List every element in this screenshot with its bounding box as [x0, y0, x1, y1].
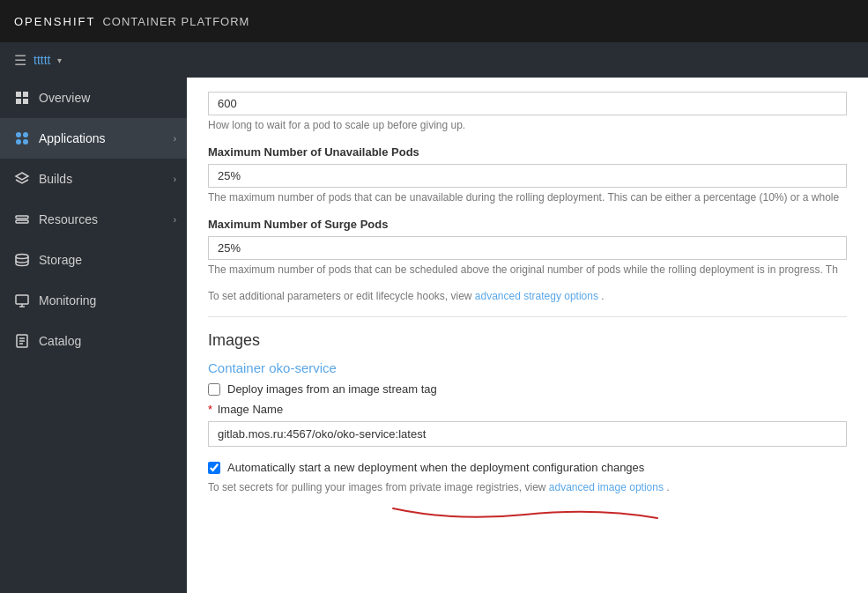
hamburger-icon[interactable]: ☰	[14, 52, 26, 69]
max-surge-field: Maximum Number of Surge Pods 25% The max…	[208, 218, 847, 276]
secrets-hint-row: To set secrets for pulling your images f…	[208, 481, 847, 493]
main-layout: Overview Applications › Builds ›	[0, 78, 868, 593]
container-subtitle: Container oko-service	[208, 360, 847, 375]
max-surge-label: Maximum Number of Surge Pods	[208, 218, 847, 231]
max-unavailable-hint: The maximum number of pods that can be u…	[208, 191, 847, 204]
image-name-label-text: Image Name	[218, 403, 283, 416]
grid-icon	[14, 90, 30, 106]
svg-rect-12	[16, 295, 28, 304]
secrets-hint-suffix: .	[666, 481, 669, 493]
secrets-hint-prefix: To set secrets for pulling your images f…	[208, 481, 545, 493]
scale-timeout-field: 600 How long to wait for a pod to scale …	[208, 92, 847, 131]
svg-point-5	[23, 132, 28, 137]
svg-rect-10	[16, 220, 28, 223]
sidebar-overview-label: Overview	[39, 91, 90, 105]
max-unavailable-label: Maximum Number of Unavailable Pods	[208, 145, 847, 159]
monitor-icon	[14, 293, 30, 308]
brand: OPENSHIFT CONTAINER PLATFORM	[14, 15, 249, 28]
svg-point-11	[16, 255, 28, 259]
project-name[interactable]: ttttt	[33, 53, 50, 67]
curved-underline-decoration	[384, 504, 847, 522]
scale-timeout-hint: How long to wait for a pod to scale up b…	[208, 119, 847, 131]
deploy-images-label: Deploy images from an image stream tag	[227, 382, 437, 396]
sidebar-item-catalog[interactable]: Catalog	[0, 321, 187, 361]
builds-chevron-icon: ›	[174, 174, 176, 184]
svg-point-4	[16, 132, 21, 137]
auto-deploy-checkbox[interactable]	[208, 462, 220, 474]
applications-chevron-icon: ›	[174, 134, 176, 144]
sidebar-catalog-label: Catalog	[39, 334, 81, 348]
sidebar-item-resources[interactable]: Resources ›	[0, 199, 187, 240]
advanced-image-options-link[interactable]: advanced image options	[549, 481, 664, 493]
svg-point-7	[23, 139, 28, 145]
project-dropdown-icon[interactable]: ▾	[57, 56, 62, 65]
svg-marker-8	[16, 173, 28, 180]
sidebar-item-storage[interactable]: Storage	[0, 240, 187, 280]
svg-rect-3	[23, 99, 28, 104]
sidebar-builds-label: Builds	[39, 172, 72, 186]
image-name-field: * Image Name	[208, 403, 847, 447]
strategy-options-row: To set additional parameters or edit lif…	[208, 290, 847, 302]
required-star: *	[208, 403, 212, 416]
resources-chevron-icon: ›	[174, 215, 176, 225]
top-navbar: OPENSHIFT CONTAINER PLATFORM	[0, 0, 868, 42]
sidebar-storage-label: Storage	[39, 253, 82, 267]
storage-icon	[14, 252, 30, 268]
svg-rect-1	[23, 92, 28, 97]
section-divider	[208, 316, 847, 317]
sidebar-item-overview[interactable]: Overview	[0, 78, 187, 118]
strategy-hint-suffix: .	[601, 290, 604, 302]
svg-rect-0	[16, 92, 21, 97]
max-surge-value[interactable]: 25%	[208, 236, 847, 260]
layers-icon	[14, 171, 30, 187]
image-name-label-row: * Image Name	[208, 403, 847, 416]
strategy-hint-prefix: To set additional parameters or edit lif…	[208, 290, 471, 302]
max-unavailable-field: Maximum Number of Unavailable Pods 25% T…	[208, 145, 847, 204]
svg-rect-9	[16, 216, 28, 219]
auto-deploy-checkbox-row: Automatically start a new deployment whe…	[208, 461, 847, 474]
advanced-strategy-link[interactable]: advanced strategy options	[475, 290, 598, 302]
sidebar-item-monitoring[interactable]: Monitoring	[0, 280, 187, 321]
sidebar: Overview Applications › Builds ›	[0, 78, 187, 593]
sidebar-resources-label: Resources	[39, 212, 98, 226]
image-name-input[interactable]	[208, 421, 847, 447]
auto-deploy-label: Automatically start a new deployment whe…	[227, 461, 644, 474]
brand-subtitle: CONTAINER PLATFORM	[102, 15, 249, 28]
main-content: 600 How long to wait for a pod to scale …	[187, 78, 868, 593]
images-section: Images Container oko-service Deploy imag…	[208, 331, 847, 522]
resource-icon	[14, 211, 30, 227]
deploy-images-checkbox-row: Deploy images from an image stream tag	[208, 382, 847, 396]
sidebar-item-builds[interactable]: Builds ›	[0, 159, 187, 199]
second-navbar: ☰ ttttt ▾	[0, 42, 868, 78]
sidebar-item-applications[interactable]: Applications ›	[0, 118, 187, 159]
scale-timeout-value[interactable]: 600	[208, 92, 847, 115]
images-section-title: Images	[208, 331, 847, 350]
svg-rect-2	[16, 99, 21, 104]
catalog-icon	[14, 333, 30, 349]
sidebar-monitoring-label: Monitoring	[39, 293, 96, 308]
svg-point-6	[16, 139, 21, 145]
deploy-images-checkbox[interactable]	[208, 383, 220, 396]
apps-icon	[14, 130, 30, 146]
brand-name: OPENSHIFT	[14, 15, 95, 28]
max-unavailable-value[interactable]: 25%	[208, 164, 847, 188]
max-surge-hint: The maximum number of pods that can be s…	[208, 263, 847, 276]
sidebar-applications-label: Applications	[39, 131, 106, 145]
